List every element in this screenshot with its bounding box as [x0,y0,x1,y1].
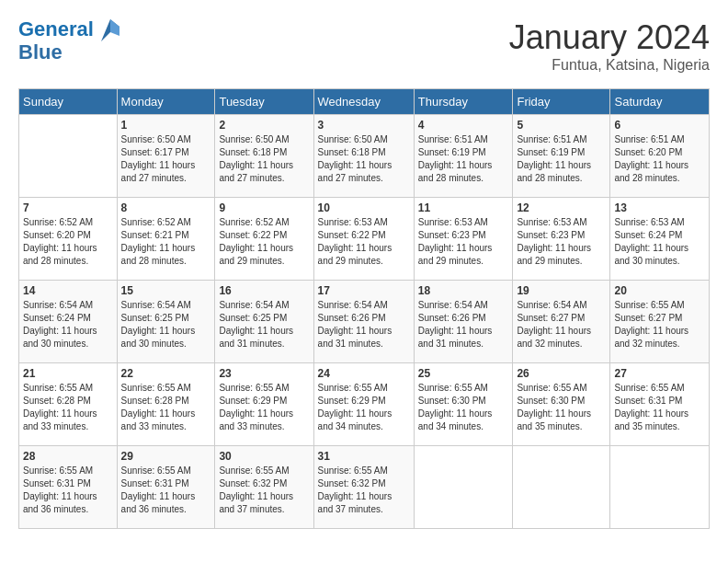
week-row-1: 7Sunrise: 6:52 AMSunset: 6:20 PMDaylight… [19,198,710,281]
day-info: Sunrise: 6:54 AMSunset: 6:24 PMDaylight:… [23,299,113,350]
calendar-cell: 27Sunrise: 6:55 AMSunset: 6:31 PMDayligh… [610,363,710,446]
day-number: 9 [219,201,309,214]
calendar-cell: 9Sunrise: 6:52 AMSunset: 6:22 PMDaylight… [215,198,313,281]
logo-bird-icon [101,19,119,41]
calendar-cell: 18Sunrise: 6:54 AMSunset: 6:26 PMDayligh… [414,281,513,363]
day-header-tuesday: Tuesday [215,89,313,115]
day-number: 28 [23,450,113,463]
day-info: Sunrise: 6:54 AMSunset: 6:26 PMDaylight:… [418,299,509,350]
logo-text: General Blue [18,18,119,63]
calendar-cell [610,446,710,529]
day-number: 23 [219,367,309,380]
calendar-cell: 17Sunrise: 6:54 AMSunset: 6:26 PMDayligh… [313,281,414,363]
calendar-cell: 24Sunrise: 6:55 AMSunset: 6:29 PMDayligh… [313,363,414,446]
calendar-table: SundayMondayTuesdayWednesdayThursdayFrid… [18,88,710,529]
day-header-wednesday: Wednesday [313,89,414,115]
calendar-cell: 16Sunrise: 6:54 AMSunset: 6:25 PMDayligh… [215,281,313,363]
day-number: 8 [121,201,211,214]
calendar-cell: 14Sunrise: 6:54 AMSunset: 6:24 PMDayligh… [19,281,118,363]
calendar-cell: 15Sunrise: 6:54 AMSunset: 6:25 PMDayligh… [117,281,215,363]
day-number: 31 [318,450,410,463]
calendar-cell: 11Sunrise: 6:53 AMSunset: 6:23 PMDayligh… [414,198,513,281]
calendar-cell: 29Sunrise: 6:55 AMSunset: 6:31 PMDayligh… [117,446,215,529]
day-info: Sunrise: 6:54 AMSunset: 6:25 PMDaylight:… [219,299,309,350]
calendar-cell: 23Sunrise: 6:55 AMSunset: 6:29 PMDayligh… [215,363,313,446]
day-header-row: SundayMondayTuesdayWednesdayThursdayFrid… [19,89,710,115]
day-number: 26 [517,367,606,380]
day-number: 13 [614,201,705,214]
day-number: 18 [418,284,509,297]
day-number: 15 [121,284,211,297]
day-number: 12 [517,201,606,214]
day-info: Sunrise: 6:54 AMSunset: 6:27 PMDaylight:… [517,299,606,350]
calendar-cell: 22Sunrise: 6:55 AMSunset: 6:28 PMDayligh… [117,363,215,446]
day-number: 10 [318,201,410,214]
calendar-cell: 26Sunrise: 6:55 AMSunset: 6:30 PMDayligh… [513,363,610,446]
day-number: 20 [614,284,705,297]
day-number: 4 [418,119,509,132]
day-number: 22 [121,367,211,380]
day-info: Sunrise: 6:55 AMSunset: 6:32 PMDaylight:… [219,465,309,516]
day-number: 25 [418,367,509,380]
location: Funtua, Katsina, Nigeria [509,57,710,74]
calendar-cell: 25Sunrise: 6:55 AMSunset: 6:30 PMDayligh… [414,363,513,446]
day-number: 29 [121,450,211,463]
day-info: Sunrise: 6:55 AMSunset: 6:30 PMDaylight:… [418,382,509,433]
day-info: Sunrise: 6:53 AMSunset: 6:22 PMDaylight:… [318,216,410,268]
day-info: Sunrise: 6:50 AMSunset: 6:17 PMDaylight:… [121,133,211,185]
day-header-monday: Monday [117,89,215,115]
day-info: Sunrise: 6:55 AMSunset: 6:31 PMDaylight:… [614,382,705,433]
calendar-cell: 5Sunrise: 6:51 AMSunset: 6:19 PMDaylight… [513,115,610,198]
day-number: 11 [418,201,509,214]
day-info: Sunrise: 6:50 AMSunset: 6:18 PMDaylight:… [318,133,410,185]
day-info: Sunrise: 6:55 AMSunset: 6:29 PMDaylight:… [219,382,309,433]
calendar-cell: 7Sunrise: 6:52 AMSunset: 6:20 PMDaylight… [19,198,118,281]
day-info: Sunrise: 6:55 AMSunset: 6:31 PMDaylight:… [23,465,113,516]
day-number: 3 [318,119,410,132]
day-header-saturday: Saturday [610,89,710,115]
logo: General Blue [18,18,119,63]
calendar-cell: 2Sunrise: 6:50 AMSunset: 6:18 PMDaylight… [215,115,313,198]
day-info: Sunrise: 6:51 AMSunset: 6:19 PMDaylight:… [418,133,509,185]
week-row-4: 28Sunrise: 6:55 AMSunset: 6:31 PMDayligh… [19,446,710,529]
day-info: Sunrise: 6:55 AMSunset: 6:30 PMDaylight:… [517,382,606,433]
day-number: 14 [23,284,113,297]
calendar-cell: 13Sunrise: 6:53 AMSunset: 6:24 PMDayligh… [610,198,710,281]
day-info: Sunrise: 6:54 AMSunset: 6:25 PMDaylight:… [121,299,211,350]
calendar-cell: 31Sunrise: 6:55 AMSunset: 6:32 PMDayligh… [313,446,414,529]
day-info: Sunrise: 6:50 AMSunset: 6:18 PMDaylight:… [219,133,309,185]
page-header: General Blue January 2024 Funtua, Katsin… [18,18,710,74]
day-info: Sunrise: 6:54 AMSunset: 6:26 PMDaylight:… [318,299,410,350]
day-info: Sunrise: 6:53 AMSunset: 6:24 PMDaylight:… [614,216,705,268]
week-row-2: 14Sunrise: 6:54 AMSunset: 6:24 PMDayligh… [19,281,710,363]
day-number: 30 [219,450,309,463]
calendar-cell: 8Sunrise: 6:52 AMSunset: 6:21 PMDaylight… [117,198,215,281]
day-number: 24 [318,367,410,380]
calendar-cell: 6Sunrise: 6:51 AMSunset: 6:20 PMDaylight… [610,115,710,198]
day-info: Sunrise: 6:55 AMSunset: 6:32 PMDaylight:… [318,465,410,516]
day-info: Sunrise: 6:55 AMSunset: 6:28 PMDaylight:… [23,382,113,433]
day-header-sunday: Sunday [19,89,118,115]
calendar-cell: 21Sunrise: 6:55 AMSunset: 6:28 PMDayligh… [19,363,118,446]
day-number: 5 [517,119,606,132]
svg-marker-1 [110,19,119,36]
day-number: 17 [318,284,410,297]
day-number: 16 [219,284,309,297]
day-info: Sunrise: 6:55 AMSunset: 6:28 PMDaylight:… [121,382,211,433]
day-number: 27 [614,367,705,380]
calendar-cell: 3Sunrise: 6:50 AMSunset: 6:18 PMDaylight… [313,115,414,198]
day-number: 7 [23,201,113,214]
calendar-cell [414,446,513,529]
day-info: Sunrise: 6:53 AMSunset: 6:23 PMDaylight:… [517,216,606,268]
logo-line1: General [18,17,94,40]
day-number: 21 [23,367,113,380]
calendar-cell [19,115,118,198]
week-row-3: 21Sunrise: 6:55 AMSunset: 6:28 PMDayligh… [19,363,710,446]
day-info: Sunrise: 6:55 AMSunset: 6:31 PMDaylight:… [121,465,211,516]
calendar-cell [513,446,610,529]
calendar-cell: 1Sunrise: 6:50 AMSunset: 6:17 PMDaylight… [117,115,215,198]
day-info: Sunrise: 6:52 AMSunset: 6:21 PMDaylight:… [121,216,211,268]
title-block: January 2024 Funtua, Katsina, Nigeria [509,18,710,74]
calendar-cell: 10Sunrise: 6:53 AMSunset: 6:22 PMDayligh… [313,198,414,281]
month-title: January 2024 [509,18,710,57]
